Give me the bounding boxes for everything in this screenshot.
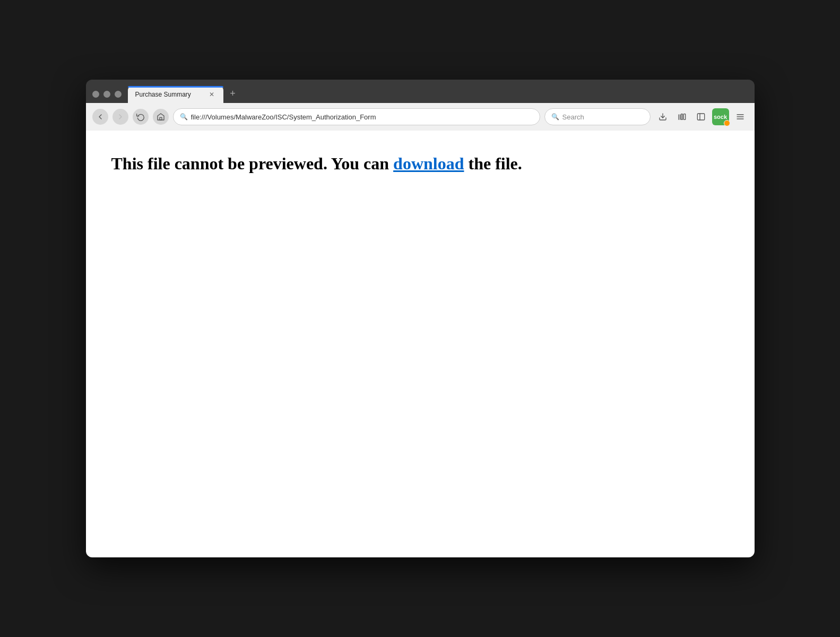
home-icon: [157, 113, 165, 121]
title-bar: Purchase Summary ✕ +: [86, 80, 755, 103]
new-tab-button[interactable]: +: [226, 86, 240, 101]
svg-rect-0: [160, 117, 162, 120]
download-link[interactable]: download: [393, 154, 464, 173]
menu-button[interactable]: [732, 109, 748, 125]
forward-icon: [116, 113, 125, 121]
message-before-link: This file cannot be previewed. You can: [111, 154, 394, 173]
search-bar-icon: 🔍: [551, 113, 559, 120]
reload-icon: [136, 113, 145, 121]
svg-rect-6: [697, 114, 704, 120]
extension-button[interactable]: sock: [712, 108, 729, 125]
download-icon: [659, 113, 667, 121]
svg-rect-4: [681, 114, 682, 120]
tabs-area: Purchase Summary ✕ +: [128, 86, 748, 103]
sidebar-icon: [697, 113, 705, 121]
window-controls: [92, 91, 122, 103]
toolbar-icons: sock: [655, 108, 748, 125]
back-icon: [96, 113, 105, 121]
browser-window: Purchase Summary ✕ +: [86, 80, 755, 557]
tab-title: Purchase Summary: [135, 91, 203, 98]
library-button[interactable]: [674, 109, 690, 125]
menu-icon: [736, 113, 744, 121]
active-tab[interactable]: Purchase Summary ✕: [128, 86, 223, 103]
extension-label: sock: [714, 114, 727, 120]
back-button[interactable]: [92, 109, 108, 125]
svg-rect-5: [683, 114, 685, 120]
search-bar[interactable]: 🔍 Search: [544, 108, 651, 125]
maximize-window-btn[interactable]: [115, 91, 122, 98]
address-text: file:///Volumes/MalwareZoo/ISC/System_Au…: [191, 113, 376, 121]
search-placeholder-text: Search: [562, 113, 584, 121]
tab-close-button[interactable]: ✕: [207, 90, 216, 99]
address-bar[interactable]: 🔍 file:///Volumes/MalwareZoo/ISC/System_…: [173, 108, 540, 125]
message-after-link: the file.: [464, 154, 522, 173]
forward-button[interactable]: [112, 109, 128, 125]
library-icon: [678, 113, 686, 121]
page-content: This file cannot be previewed. You can d…: [86, 131, 755, 557]
download-button[interactable]: [655, 109, 671, 125]
reload-button[interactable]: [133, 109, 149, 125]
minimize-window-btn[interactable]: [103, 91, 110, 98]
toolbar: 🔍 file:///Volumes/MalwareZoo/ISC/System_…: [86, 103, 755, 131]
address-bar-search-icon: 🔍: [180, 113, 188, 120]
home-button[interactable]: [153, 109, 169, 125]
preview-message: This file cannot be previewed. You can d…: [111, 152, 729, 176]
close-window-btn[interactable]: [92, 91, 99, 98]
sidebar-button[interactable]: [693, 109, 709, 125]
